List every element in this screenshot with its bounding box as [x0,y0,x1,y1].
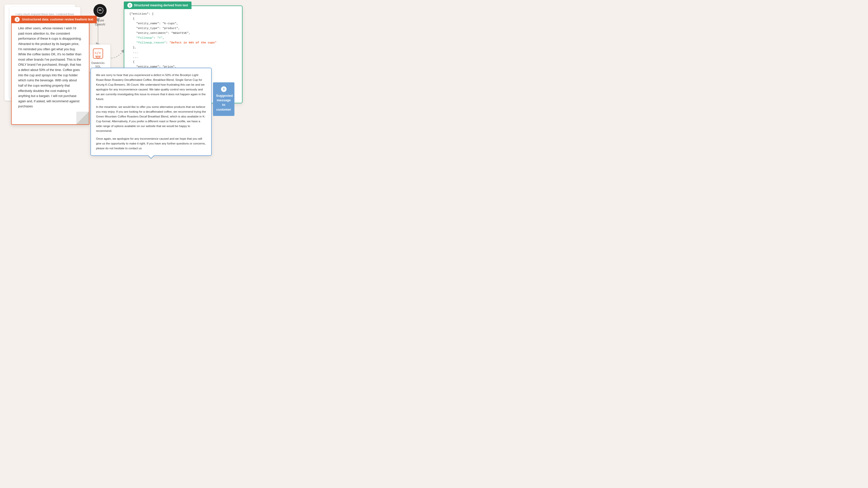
badge-2: 2 [127,3,132,8]
message-text: We are sorry to hear that you experience… [96,73,206,151]
badge-1: 1 [14,17,20,22]
message-card: We are sorry to hear that you experience… [90,68,212,156]
review-card: 1 Unstructured data: customer review fre… [11,20,89,125]
json-card-label: 2 Structured meaning derived from text [124,1,191,9]
review-label-text: Unstructured data: customer review freef… [22,18,93,21]
json-label-text: Structured meaning derived from text [134,3,188,7]
message-para2: In the meantime, we would like to offer … [96,104,206,133]
message-para3: Once again, we apologize for any inconve… [96,136,206,151]
databricks-icon: </> [92,48,103,59]
azure-logo-circle [93,4,106,17]
review-text: Like other users, whose reviews I wish I… [18,26,82,109]
review-card-label: 1 Unstructured data: customer review fre… [11,16,97,23]
openai-icon [96,7,104,14]
suggested-label: 3Suggested message to customer [213,82,235,116]
databricks-text: DatabricksSQL [91,61,104,68]
message-para1: We are sorry to hear that you experience… [96,73,206,101]
svg-point-3 [96,56,100,58]
svg-text:</>: </> [94,51,101,55]
